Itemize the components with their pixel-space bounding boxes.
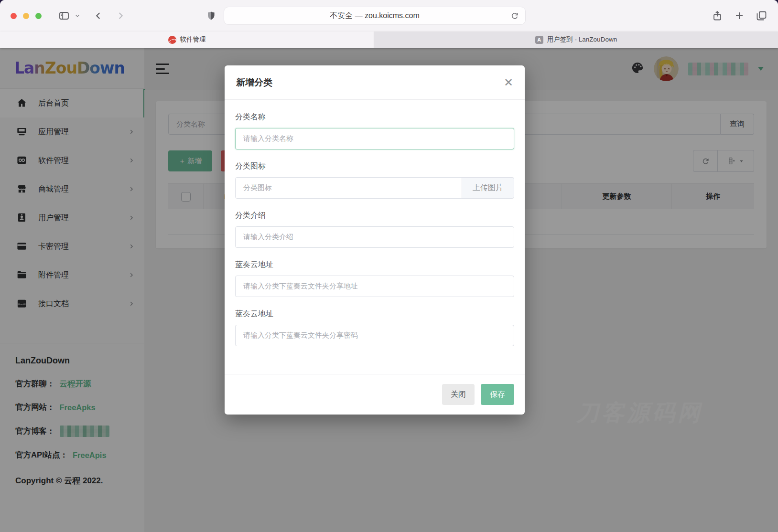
field-label: 分类图标	[235, 161, 514, 171]
privacy-shield-icon[interactable]	[206, 10, 216, 21]
tab-software-management[interactable]: 软件管理	[0, 32, 374, 48]
url-text: 不安全 — zou.koicms.com	[330, 11, 420, 21]
modal-save-button[interactable]: 保存	[481, 384, 514, 405]
field-placeholder: 请输入分类下蓝奏云文件夹分享密码	[243, 331, 358, 340]
field-input-4[interactable]: 请输入分类下蓝奏云文件夹分享密码	[235, 325, 514, 346]
add-category-modal: 新增分类 ✕ 分类名称请输入分类名称分类图标分类图标上传图片分类介绍请输入分类介…	[225, 65, 525, 415]
field-placeholder: 分类图标	[243, 183, 272, 192]
upload-image-button[interactable]: 上传图片	[462, 177, 514, 199]
field-label: 分类介绍	[235, 211, 514, 221]
forward-icon[interactable]	[115, 10, 126, 21]
modal-field: 蓝奏云地址请输入分类下蓝奏云文件夹分享地址	[235, 260, 514, 297]
field-label: 蓝奏云地址	[235, 260, 514, 270]
tab-title: 用户签到 - LanZouDown	[547, 35, 617, 44]
modal-field: 分类图标分类图标上传图片	[235, 161, 514, 199]
browser-window: 不安全 — zou.koicms.com	[0, 0, 778, 532]
reload-icon[interactable]	[510, 11, 519, 22]
back-icon[interactable]	[93, 10, 104, 21]
new-tab-icon[interactable]	[734, 10, 745, 21]
tab-title: 软件管理	[180, 35, 206, 44]
share-icon[interactable]	[712, 10, 723, 22]
field-input-2[interactable]: 请输入分类介绍	[235, 226, 514, 248]
field-input-3[interactable]: 请输入分类下蓝奏云文件夹分享地址	[235, 276, 514, 297]
traffic-lights	[11, 13, 42, 19]
modal-field: 蓝奏云地址请输入分类下蓝奏云文件夹分享密码	[235, 309, 514, 346]
field-placeholder: 请输入分类下蓝奏云文件夹分享地址	[243, 282, 358, 291]
sidebar-chevron-icon[interactable]	[74, 12, 81, 19]
modal-close-icon[interactable]: ✕	[504, 77, 513, 88]
modal-close-button[interactable]: 关闭	[442, 384, 475, 405]
field-label: 蓝奏云地址	[235, 309, 514, 319]
field-input-0[interactable]: 请输入分类名称	[235, 128, 514, 149]
tab-user-signin[interactable]: A 用户签到 - LanZouDown	[374, 32, 778, 48]
modal-field: 分类名称请输入分类名称	[235, 112, 514, 149]
browser-toolbar: 不安全 — zou.koicms.com	[0, 0, 778, 32]
minimize-window-button[interactable]	[23, 13, 29, 19]
tab-bar: 软件管理 A 用户签到 - LanZouDown	[0, 32, 778, 48]
url-bar[interactable]: 不安全 — zou.koicms.com	[224, 7, 526, 25]
letter-a-favicon: A	[535, 36, 543, 44]
close-window-button[interactable]	[11, 13, 17, 19]
red-swirl-favicon	[168, 36, 176, 44]
field-label: 分类名称	[235, 112, 514, 122]
tab-overview-icon[interactable]	[756, 10, 767, 21]
sidebar-toggle-icon[interactable]	[58, 10, 70, 21]
modal-title: 新增分类	[236, 76, 272, 89]
modal-field: 分类介绍请输入分类介绍	[235, 211, 514, 248]
field-placeholder: 请输入分类名称	[243, 134, 293, 143]
zoom-window-button[interactable]	[35, 13, 42, 19]
field-placeholder: 请输入分类介绍	[243, 233, 293, 242]
field-input-1[interactable]: 分类图标	[235, 177, 462, 199]
